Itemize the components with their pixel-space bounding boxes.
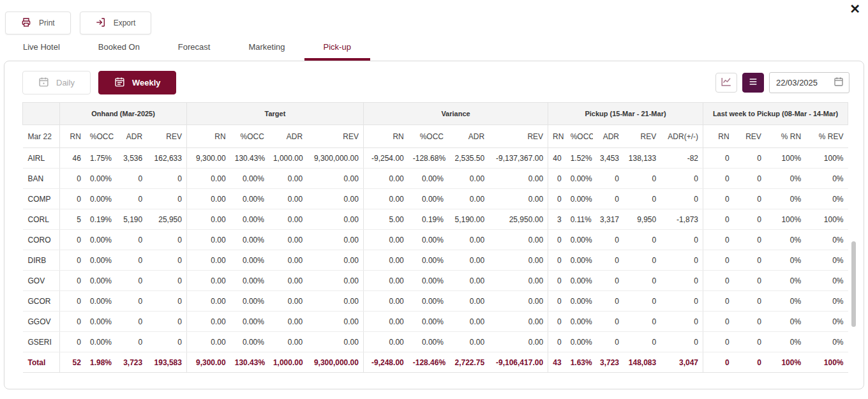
date-input[interactable]	[776, 78, 827, 87]
column-header: % REV	[805, 125, 848, 148]
column-header: %OCC	[86, 125, 116, 148]
cell: 0	[116, 312, 147, 332]
cell: 52	[60, 352, 86, 373]
cell: 0.11%	[566, 209, 593, 230]
cell: 100%	[805, 148, 848, 169]
column-group-header: Onhand (Mar-2025)	[60, 103, 187, 125]
column-header: % RN	[766, 125, 805, 148]
row-label: CORO	[23, 230, 60, 250]
cell: 0.00	[269, 332, 307, 352]
cell: 0	[703, 250, 733, 271]
date-picker[interactable]	[769, 72, 849, 93]
pickup-table: Onhand (Mar-2025)TargetVariancePickup (1…	[22, 102, 848, 373]
cell: 1.63%	[566, 352, 593, 373]
column-group-header: Pickup (15-Mar - 21-Mar)	[548, 103, 703, 125]
print-button[interactable]: Print	[5, 11, 71, 34]
cell: 0	[703, 209, 733, 230]
cell: 0.00	[363, 291, 408, 312]
cell: 0.00	[363, 312, 408, 332]
cell: 0.00%	[86, 169, 116, 189]
cell: 5	[60, 209, 86, 230]
cell: 0.00%	[230, 312, 269, 332]
column-header: REV	[489, 125, 548, 148]
cell: 0%	[766, 189, 805, 209]
cell: 0	[624, 230, 661, 250]
table-row: GSERI00.00%000.000.00%0.000.000.000.00%0…	[23, 332, 848, 352]
cell: 0	[147, 312, 186, 332]
calendar-icon[interactable]	[834, 77, 844, 89]
tab-live-hotel[interactable]: Live Hotel	[4, 37, 79, 59]
table-row: GOV00.00%000.000.00%0.000.000.000.00%0.0…	[23, 271, 848, 291]
cell: 9,300,000.00	[307, 148, 363, 169]
cell: 100%	[805, 352, 848, 373]
close-icon[interactable]: ✕	[849, 3, 860, 15]
daily-toggle-button[interactable]: Daily	[22, 71, 91, 94]
cell: 0	[661, 271, 703, 291]
cell: 0%	[805, 169, 848, 189]
weekly-toggle-button[interactable]: Weekly	[98, 71, 177, 94]
cell: 0.00	[448, 189, 489, 209]
cell: 0	[703, 312, 733, 332]
column-header: ADR	[593, 125, 624, 148]
cell: 0%	[805, 271, 848, 291]
table-corner	[23, 103, 60, 125]
tab-booked-on[interactable]: Booked On	[79, 37, 159, 59]
cell: 0.00	[269, 312, 307, 332]
tab-forecast[interactable]: Forecast	[159, 37, 230, 59]
cell: 0.00	[269, 250, 307, 271]
cell: 0.00	[307, 291, 363, 312]
cell: 9,950	[624, 209, 661, 230]
column-header: %OCC	[408, 125, 448, 148]
cell: 0	[147, 332, 186, 352]
cell: 0%	[805, 230, 848, 250]
cell: 0	[60, 230, 86, 250]
cell: 0%	[766, 332, 805, 352]
cell: 0	[60, 169, 86, 189]
cell: 0%	[766, 250, 805, 271]
tab-marketing[interactable]: Marketing	[229, 37, 304, 59]
cell: 0	[593, 312, 624, 332]
cell: 0.00%	[230, 291, 269, 312]
cell: 0.00%	[408, 312, 448, 332]
cell: 0	[548, 189, 566, 209]
cell: 0.00	[307, 189, 363, 209]
cell: 0%	[766, 230, 805, 250]
daily-label: Daily	[56, 78, 75, 87]
export-button[interactable]: Export	[80, 11, 152, 34]
row-label: Total	[23, 352, 60, 373]
cell: 0	[548, 250, 566, 271]
total-row: Total521.98%3,723193,5839,300.00130.43%1…	[23, 352, 848, 373]
table-row: COMP00.00%000.000.00%0.000.000.000.00%0.…	[23, 189, 848, 209]
cell: 130.43%	[230, 352, 269, 373]
scrollbar-thumb[interactable]	[851, 241, 856, 326]
cell: 0%	[805, 291, 848, 312]
tab-pick-up[interactable]: Pick-up	[304, 37, 370, 59]
cell: 0.00	[307, 209, 363, 230]
cell: 0	[116, 271, 147, 291]
table-view-button[interactable]	[742, 73, 764, 93]
cell: -9,248.00	[363, 352, 408, 373]
cell: 0.00	[186, 169, 230, 189]
cell: 0.00	[363, 169, 408, 189]
row-label: GOV	[23, 271, 60, 291]
chart-view-button[interactable]	[715, 73, 737, 93]
cell: 0.00%	[86, 291, 116, 312]
cell: 0	[593, 230, 624, 250]
cell: 0	[624, 332, 661, 352]
cell: 0.00%	[566, 271, 593, 291]
cell: 0	[593, 291, 624, 312]
cell: 0%	[805, 189, 848, 209]
cell: 0	[661, 250, 703, 271]
cell: 0%	[805, 250, 848, 271]
cell: 0.00	[186, 250, 230, 271]
column-group-header: Target	[186, 103, 363, 125]
cell: 0	[593, 189, 624, 209]
cell: 3,723	[593, 352, 624, 373]
cell: 0	[624, 189, 661, 209]
cell: 0	[60, 332, 86, 352]
cell: 0	[624, 169, 661, 189]
cell: 0	[147, 189, 186, 209]
cell: 0%	[766, 291, 805, 312]
cell: 0.00	[363, 332, 408, 352]
top-action-bar: Print Export	[0, 0, 868, 34]
